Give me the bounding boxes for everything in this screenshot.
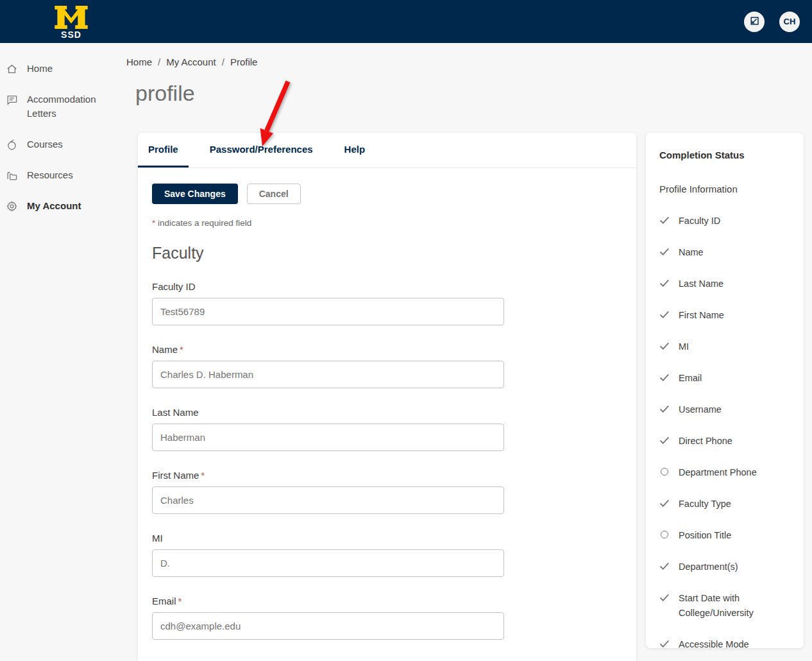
field-label: Email* [152, 596, 622, 606]
completion-item-name: Name [659, 245, 791, 260]
sidebar-item-home[interactable]: Home [0, 58, 126, 80]
breadcrumb: Home/My Account/Profile [126, 56, 257, 67]
form-toolbar: Save Changes Cancel [152, 184, 622, 204]
breadcrumb-item-my-account[interactable]: My Account [166, 56, 216, 67]
completion-item-label: Email [679, 371, 702, 386]
completion-item-label: Direct Phone [679, 434, 732, 449]
completion-item-department-phone: Department Phone [659, 465, 791, 480]
folders-icon [5, 168, 18, 182]
completion-item-label: Username [679, 402, 722, 417]
completion-item-label: Name [679, 245, 704, 260]
chat-letter-icon [5, 92, 18, 107]
check-icon [659, 214, 670, 227]
gear-icon [5, 199, 18, 213]
sidebar-item-label: Resources [27, 168, 73, 182]
field-email: Email* [152, 596, 622, 640]
sidebar: HomeAccommodation LettersCoursesResource… [0, 43, 126, 226]
sidebar-item-label: Home [27, 62, 53, 76]
tab-profile[interactable]: Profile [138, 133, 189, 167]
check-icon [659, 308, 670, 321]
home-icon [5, 62, 18, 76]
check-icon [659, 591, 670, 604]
completion-item-label: Position Title [679, 528, 731, 543]
completion-item-label: Last Name [679, 277, 723, 291]
check-icon [659, 402, 670, 415]
field-label: Name* [152, 344, 622, 355]
breadcrumb-separator: / [158, 56, 160, 67]
check-icon [659, 371, 670, 384]
sidebar-item-label: Accommodation Letters [27, 92, 114, 121]
check-icon [659, 277, 670, 289]
completion-item-accessible-mode: Accessible Mode [659, 637, 791, 652]
resize-arrow-icon [749, 15, 760, 28]
sidebar-item-my-account[interactable]: My Account [0, 195, 126, 217]
completion-item-label: Department Phone [679, 465, 757, 480]
required-field-note: * indicates a required field [152, 218, 622, 228]
completion-item-start-date-with-college-university: Start Date with College/University [659, 591, 791, 621]
apple-icon [5, 137, 18, 151]
block-m-icon [54, 6, 89, 29]
check-icon [659, 560, 670, 572]
circle-icon [659, 465, 670, 478]
completion-item-label: Accessible Mode [679, 637, 749, 652]
check-icon [659, 434, 670, 447]
mi-input[interactable] [152, 549, 504, 577]
section-title: Faculty [152, 244, 622, 262]
required-asterisk: * [180, 344, 183, 355]
breadcrumb-separator: / [222, 56, 224, 67]
tab-bar: ProfilePassword/PreferencesHelp [138, 133, 636, 168]
check-icon [659, 497, 670, 510]
sidebar-item-accommodation-letters[interactable]: Accommodation Letters [0, 89, 126, 124]
completion-item-last-name: Last Name [659, 277, 791, 291]
save-changes-button[interactable]: Save Changes [152, 184, 238, 204]
field-label: First Name* [152, 470, 622, 481]
completion-status-title: Completion Status [659, 150, 791, 160]
last-name-input[interactable] [152, 424, 504, 451]
field-label: Last Name [152, 407, 622, 418]
logo-text: SSD [61, 30, 81, 40]
field-label: Faculty ID [152, 281, 622, 292]
sidebar-item-resources[interactable]: Resources [0, 164, 126, 186]
profile-information-subtitle: Profile Information [659, 184, 791, 194]
required-asterisk: * [201, 470, 205, 481]
name-input[interactable] [152, 361, 504, 388]
completion-item-position-title: Position Title [659, 528, 791, 543]
top-navbar: SSD CH [0, 0, 812, 43]
app-logo[interactable]: SSD [53, 6, 89, 40]
tab-help[interactable]: Help [334, 133, 376, 167]
completion-item-email: Email [659, 371, 791, 386]
field-name: Name* [152, 344, 622, 388]
check-icon [659, 339, 670, 352]
completion-list: Faculty IDNameLast NameFirst NameMIEmail… [659, 214, 791, 652]
check-icon [659, 245, 670, 258]
avatar[interactable]: CH [779, 12, 800, 32]
field-mi: MI [152, 533, 622, 577]
completion-item-label: MI [679, 339, 689, 354]
completion-item-department-s: Department(s) [659, 560, 791, 574]
cancel-button[interactable]: Cancel [247, 184, 301, 204]
profile-card: ProfilePassword/PreferencesHelp Save Cha… [138, 133, 636, 661]
circle-icon [659, 528, 670, 541]
completion-item-faculty-id: Faculty ID [659, 214, 791, 228]
sidebar-item-courses[interactable]: Courses [0, 133, 126, 155]
first-name-input[interactable] [152, 486, 504, 514]
faculty-id-input[interactable] [152, 298, 504, 325]
completion-item-mi: MI [659, 339, 791, 354]
breadcrumb-item-home[interactable]: Home [126, 56, 152, 67]
sidebar-item-label: Courses [27, 137, 63, 151]
email-input[interactable] [152, 612, 504, 640]
completion-item-label: Faculty ID [679, 214, 720, 228]
breadcrumb-item-profile: Profile [230, 56, 258, 67]
tab-password-preferences[interactable]: Password/Preferences [199, 133, 323, 167]
completion-item-label: Department(s) [679, 560, 738, 574]
field-label: MI [152, 533, 622, 544]
completion-status-panel: Completion Status Profile Information Fa… [646, 133, 804, 648]
required-asterisk: * [152, 218, 155, 228]
check-icon [659, 637, 670, 650]
completion-item-label: Start Date with College/University [679, 591, 791, 621]
completion-item-label: Faculty Type [679, 497, 731, 511]
resize-window-button[interactable] [744, 12, 765, 32]
page-title: profile [135, 81, 195, 106]
completion-item-username: Username [659, 402, 791, 417]
field-faculty-id: Faculty ID [152, 281, 622, 325]
